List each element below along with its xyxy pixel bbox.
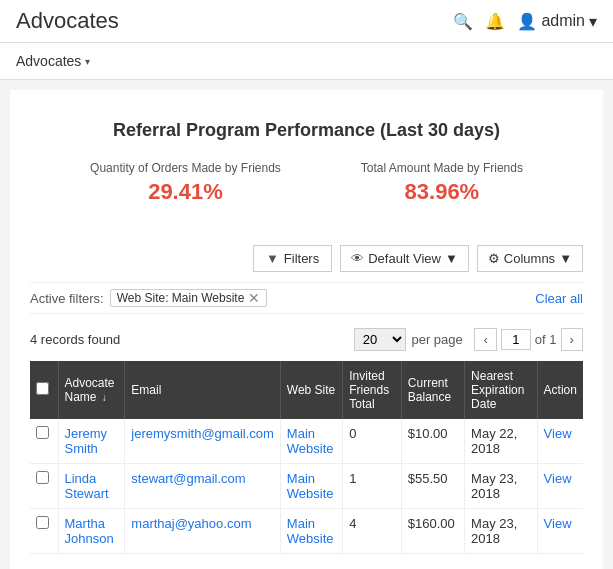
- row-action: View: [537, 419, 583, 464]
- row-current-balance: $10.00: [401, 419, 464, 464]
- row-action: View: [537, 509, 583, 554]
- row-website: Main Website: [280, 419, 342, 464]
- records-bar: 4 records found 20 50 100 per page ‹ of …: [30, 322, 583, 357]
- view-link[interactable]: View: [544, 471, 572, 486]
- perf-stat-1-label: Quantity of Orders Made by Friends: [90, 161, 281, 175]
- pagination: 20 50 100 per page ‹ of 1 ›: [354, 328, 583, 351]
- top-header: Advocates 🔍 🔔 👤 admin ▾: [0, 0, 613, 43]
- row-current-balance: $160.00: [401, 509, 464, 554]
- th-email: Email: [125, 361, 281, 419]
- main-content: Referral Program Performance (Last 30 da…: [10, 90, 603, 569]
- advocate-name-link[interactable]: Martha Johnson: [65, 516, 114, 546]
- default-view-caret-icon: ▼: [445, 251, 458, 266]
- row-website: Main Website: [280, 509, 342, 554]
- filter-tag-text: Web Site: Main Website: [117, 291, 245, 305]
- view-link[interactable]: View: [544, 426, 572, 441]
- active-filters-left: Active filters: Web Site: Main Website ✕: [30, 289, 267, 307]
- admin-menu[interactable]: 👤 admin ▾: [517, 12, 597, 31]
- performance-section: Referral Program Performance (Last 30 da…: [30, 110, 583, 225]
- sub-nav: Advocates ▾: [0, 43, 613, 80]
- row-action: View: [537, 464, 583, 509]
- perf-title: Referral Program Performance (Last 30 da…: [30, 120, 583, 141]
- filter-button[interactable]: ▼ Filters: [253, 245, 332, 272]
- default-view-button[interactable]: 👁 Default View ▼: [340, 245, 469, 272]
- perf-stat-1: Quantity of Orders Made by Friends 29.41…: [90, 161, 281, 205]
- advocate-website-link[interactable]: Main Website: [287, 471, 334, 501]
- th-website: Web Site: [280, 361, 342, 419]
- prev-page-button[interactable]: ‹: [474, 328, 496, 351]
- records-count: 4 records found: [30, 332, 120, 347]
- row-invited-friends-total: 1: [343, 464, 402, 509]
- th-current-balance: Current Balance: [401, 361, 464, 419]
- select-all-checkbox[interactable]: [36, 382, 49, 395]
- row-name: Linda Stewart: [58, 464, 125, 509]
- row-name: Martha Johnson: [58, 509, 125, 554]
- active-filters-bar: Active filters: Web Site: Main Website ✕…: [30, 282, 583, 314]
- columns-icon: ⚙: [488, 251, 500, 266]
- page-title: Advocates: [16, 8, 119, 34]
- row-checkbox[interactable]: [36, 471, 49, 484]
- advocate-name-link[interactable]: Jeremy Smith: [65, 426, 108, 456]
- perf-stat-2: Total Amount Made by Friends 83.96%: [361, 161, 523, 205]
- row-nearest-expiration-date: May 23, 2018: [465, 464, 538, 509]
- view-link[interactable]: View: [544, 516, 572, 531]
- table-row: Martha Johnson marthaj@yahoo.com Main We…: [30, 509, 583, 554]
- th-advocate-name: Advocate Name ↓: [58, 361, 125, 419]
- row-invited-friends-total: 0: [343, 419, 402, 464]
- per-page-dropdown[interactable]: 20 50 100: [354, 328, 406, 351]
- th-action: Action: [537, 361, 583, 419]
- row-checkbox-cell: [30, 509, 58, 554]
- filter-icon: ▼: [266, 251, 279, 266]
- data-table: Advocate Name ↓ Email Web Site Invited F…: [30, 361, 583, 554]
- perf-stat-2-label: Total Amount Made by Friends: [361, 161, 523, 175]
- sort-icon: ↓: [102, 392, 107, 403]
- table-row: Jeremy Smith jeremysmith@gmail.com Main …: [30, 419, 583, 464]
- row-email: marthaj@yahoo.com: [125, 509, 281, 554]
- th-checkbox: [30, 361, 58, 419]
- row-checkbox[interactable]: [36, 426, 49, 439]
- page-of-label: of 1: [535, 332, 557, 347]
- row-checkbox[interactable]: [36, 516, 49, 529]
- row-invited-friends-total: 4: [343, 509, 402, 554]
- row-email: jeremysmith@gmail.com: [125, 419, 281, 464]
- th-nearest-expiration-date: Nearest Expiration Date: [465, 361, 538, 419]
- advocate-email-link[interactable]: marthaj@yahoo.com: [131, 516, 251, 531]
- advocate-email-link[interactable]: stewart@gmail.com: [131, 471, 245, 486]
- toolbar: ▼ Filters 👁 Default View ▼ ⚙ Columns ▼: [30, 235, 583, 282]
- th-invited-friends-total: Invited Friends Total: [343, 361, 402, 419]
- user-icon: 👤: [517, 12, 537, 31]
- perf-stats: Quantity of Orders Made by Friends 29.41…: [30, 161, 583, 205]
- next-page-button[interactable]: ›: [561, 328, 583, 351]
- eye-icon: 👁: [351, 251, 364, 266]
- row-nearest-expiration-date: May 22, 2018: [465, 419, 538, 464]
- header-actions: 🔍 🔔 👤 admin ▾: [453, 12, 597, 31]
- notification-icon[interactable]: 🔔: [485, 12, 505, 31]
- filter-tag-remove-button[interactable]: ✕: [248, 291, 260, 305]
- active-filters-label: Active filters:: [30, 291, 104, 306]
- advocate-email-link[interactable]: jeremysmith@gmail.com: [131, 426, 274, 441]
- per-page-label: per page: [408, 332, 463, 347]
- row-checkbox-cell: [30, 464, 58, 509]
- row-checkbox-cell: [30, 419, 58, 464]
- search-icon[interactable]: 🔍: [453, 12, 473, 31]
- subnav-advocates-label: Advocates: [16, 53, 81, 69]
- subnav-caret-icon: ▾: [85, 56, 90, 67]
- perf-stat-2-value: 83.96%: [361, 179, 523, 205]
- columns-caret-icon: ▼: [559, 251, 572, 266]
- clear-all-button[interactable]: Clear all: [535, 291, 583, 306]
- table-row: Linda Stewart stewart@gmail.com Main Web…: [30, 464, 583, 509]
- subnav-advocates[interactable]: Advocates ▾: [16, 53, 90, 69]
- columns-button[interactable]: ⚙ Columns ▼: [477, 245, 583, 272]
- admin-caret-icon: ▾: [589, 12, 597, 31]
- perf-stat-1-value: 29.41%: [90, 179, 281, 205]
- row-current-balance: $55.50: [401, 464, 464, 509]
- advocate-website-link[interactable]: Main Website: [287, 516, 334, 546]
- page-number-input[interactable]: [501, 329, 531, 350]
- filter-tag: Web Site: Main Website ✕: [110, 289, 268, 307]
- row-nearest-expiration-date: May 23, 2018: [465, 509, 538, 554]
- advocate-website-link[interactable]: Main Website: [287, 426, 334, 456]
- per-page-select: 20 50 100 per page: [354, 328, 463, 351]
- row-name: Jeremy Smith: [58, 419, 125, 464]
- advocate-name-link[interactable]: Linda Stewart: [65, 471, 109, 501]
- row-website: Main Website: [280, 464, 342, 509]
